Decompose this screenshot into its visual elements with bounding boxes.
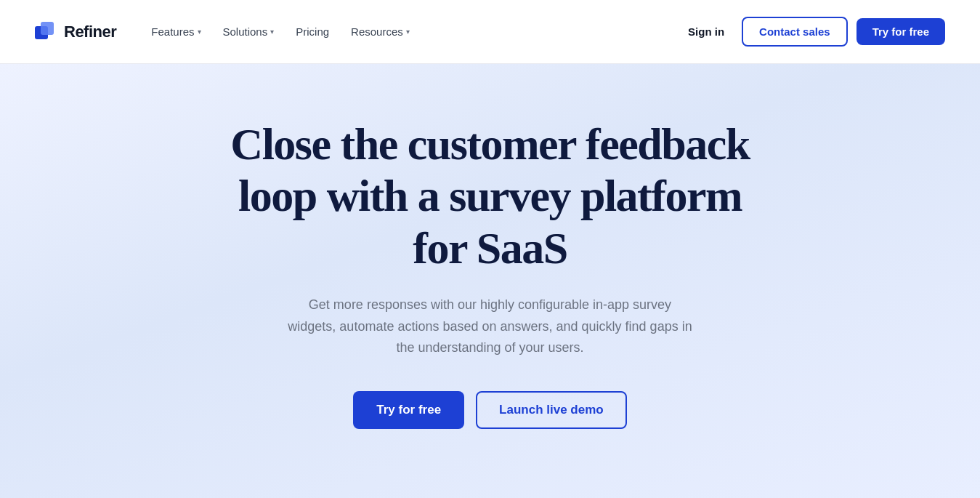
chevron-down-icon: ▾ <box>198 28 201 36</box>
chevron-down-icon: ▾ <box>406 28 410 36</box>
nav-solutions[interactable]: Solutions ▾ <box>214 20 283 44</box>
nav-pricing[interactable]: Pricing <box>287 20 338 44</box>
nav-links: Features ▾ Solutions ▾ Pricing Resources… <box>142 20 418 44</box>
sign-in-link[interactable]: Sign in <box>679 20 733 44</box>
logo-icon <box>35 20 58 44</box>
launch-demo-button[interactable]: Launch live demo <box>476 391 627 429</box>
chevron-down-icon: ▾ <box>270 28 274 36</box>
nav-resources[interactable]: Resources ▾ <box>342 20 418 44</box>
navbar: Refiner Features ▾ Solutions ▾ Pricing R… <box>0 0 980 64</box>
logo[interactable]: Refiner <box>35 20 116 44</box>
hero-cta-buttons: Try for free Launch live demo <box>353 391 626 429</box>
try-free-hero-button[interactable]: Try for free <box>353 391 464 429</box>
nav-features[interactable]: Features ▾ <box>142 20 209 44</box>
svg-rect-1 <box>41 22 54 35</box>
hero-section: Close the customer feedback loop with a … <box>0 64 980 498</box>
logo-text: Refiner <box>64 23 116 41</box>
nav-left: Refiner Features ▾ Solutions ▾ Pricing R… <box>35 20 418 44</box>
hero-subtitle: Get more responses with our highly confi… <box>287 294 694 359</box>
contact-sales-button[interactable]: Contact sales <box>742 17 848 47</box>
try-free-nav-button[interactable]: Try for free <box>857 18 945 45</box>
hero-title: Close the customer feedback loop with a … <box>218 119 763 274</box>
nav-right: Sign in Contact sales Try for free <box>679 17 945 47</box>
